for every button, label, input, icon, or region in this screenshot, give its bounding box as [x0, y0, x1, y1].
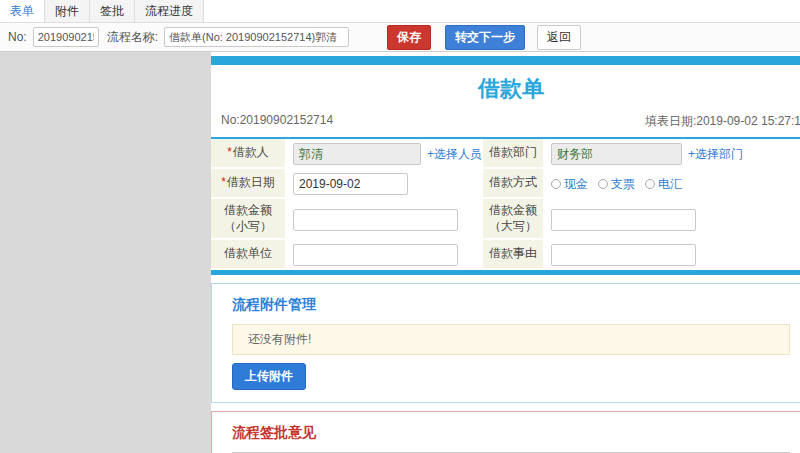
borrower-label: *借款人: [211, 139, 285, 169]
forward-next-step-button[interactable]: 转交下一步: [445, 25, 525, 50]
amount-uppercase-label: 借款金额（大写）: [483, 199, 543, 240]
fill-date: 填表日期:2019-09-02 15:27:1: [645, 113, 800, 130]
borrow-reason-label: 借款事由: [483, 240, 543, 270]
upload-attachment-button[interactable]: 上传附件: [232, 363, 306, 390]
tab-form[interactable]: 表单: [0, 0, 45, 22]
amount-uppercase-input[interactable]: [551, 209, 696, 231]
doc-number: No:20190902152714: [221, 113, 333, 130]
department-input[interactable]: [551, 143, 682, 165]
radio-icon[interactable]: [645, 179, 655, 189]
tab-attachments[interactable]: 附件: [45, 0, 90, 22]
loan-form-table: *借款人 +选择人员 借款部门 +选择部门 *借款日期 借款方式 现金 支票 电…: [211, 139, 800, 270]
borrower-input[interactable]: [293, 143, 421, 165]
payment-method-radio-group: 现金 支票 电汇: [551, 176, 682, 193]
department-label: 借款部门: [483, 139, 543, 169]
borrow-unit-input[interactable]: [293, 244, 458, 266]
payment-method-label: 借款方式: [483, 169, 543, 199]
tab-bar: 表单 附件 签批 流程进度: [0, 0, 800, 23]
payment-option-wire-transfer[interactable]: 电汇: [645, 176, 682, 193]
app-window: 表单 附件 签批 流程进度 No: 流程名称: 保存 转交下一步 返回 借款单 …: [0, 0, 800, 453]
select-department-link[interactable]: +选择部门: [688, 146, 743, 163]
attachments-panel: 流程附件管理 还没有附件! 上传附件: [211, 283, 800, 403]
top-accent-bar: [211, 56, 800, 65]
borrow-date-input[interactable]: [293, 173, 408, 195]
top-bar: 表单 附件 签批 流程进度 No: 流程名称: 保存 转交下一步 返回: [0, 0, 800, 52]
attachments-panel-title: 流程附件管理: [232, 296, 790, 314]
amount-lowercase-label: 借款金额（小写）: [211, 199, 285, 240]
required-mark: *: [221, 175, 226, 189]
payment-option-cash[interactable]: 现金: [551, 176, 588, 193]
amount-lowercase-input[interactable]: [293, 209, 458, 231]
required-mark: *: [227, 145, 232, 159]
page-title: 借款单: [211, 65, 800, 108]
back-button[interactable]: 返回: [537, 25, 581, 50]
command-bar: No: 流程名称: 保存 转交下一步 返回: [0, 23, 800, 52]
process-name-label: 流程名称:: [107, 29, 158, 46]
save-button[interactable]: 保存: [387, 25, 431, 50]
payment-option-cheque[interactable]: 支票: [598, 176, 635, 193]
approval-panel-title: 流程签批意见: [232, 424, 790, 442]
borrow-date-label: *借款日期: [211, 169, 285, 199]
approval-panel: 流程签批意见 B I abc: [211, 411, 800, 453]
borrow-unit-label: 借款单位: [211, 240, 285, 270]
no-label: No:: [8, 30, 27, 44]
borrow-reason-input[interactable]: [551, 244, 696, 266]
bottom-accent-bar: [211, 270, 800, 275]
select-person-link[interactable]: +选择人员: [427, 146, 482, 163]
no-attachments-message: 还没有附件!: [232, 324, 790, 355]
tab-approval[interactable]: 签批: [90, 0, 135, 22]
process-name-input[interactable]: [164, 27, 349, 47]
form-meta-row: No:20190902152714 填表日期:2019-09-02 15:27:…: [211, 108, 800, 139]
radio-icon[interactable]: [598, 179, 608, 189]
radio-icon[interactable]: [551, 179, 561, 189]
no-input[interactable]: [33, 27, 99, 47]
loan-form-document: 借款单 No:20190902152714 填表日期:2019-09-02 15…: [211, 52, 800, 453]
tab-progress[interactable]: 流程进度: [135, 0, 204, 22]
